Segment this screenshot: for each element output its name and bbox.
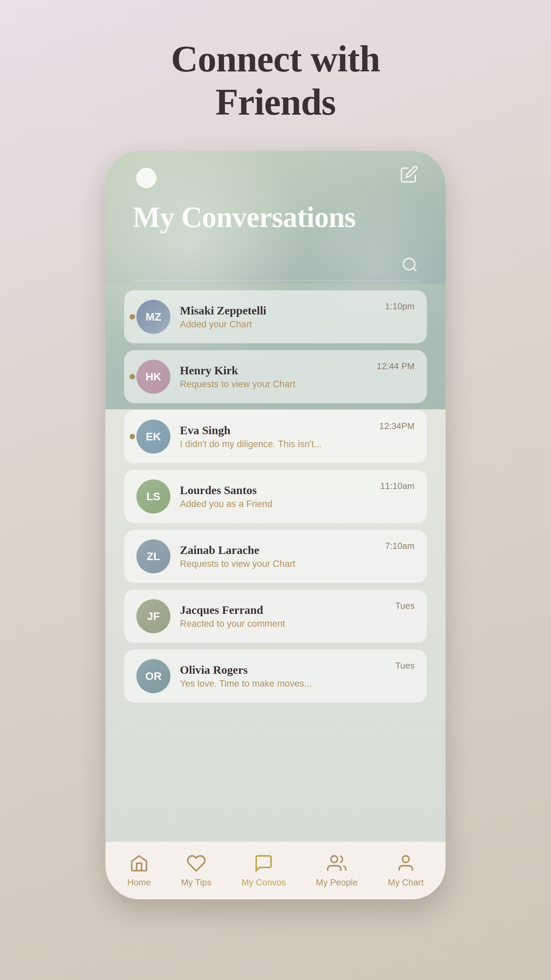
avatar-ls: LS (137, 479, 170, 514)
svg-point-3 (402, 856, 409, 862)
bottom-nav: Home My Tips My Convos My People My Char… (105, 842, 446, 899)
page-title: Connect with Friends (171, 37, 380, 124)
conversation-item-mz[interactable]: MZ Misaki Zeppetelli Added your Chart 1:… (124, 290, 427, 343)
conversation-item-ek[interactable]: EK Eva Singh I didn't do my diligence. T… (124, 410, 427, 463)
convo-content-jf: Jacques Ferrand Reacted to your comment (180, 604, 386, 629)
nav-item-people[interactable]: My People (316, 853, 358, 888)
convo-preview-zl: Requests to view your Chart (180, 559, 375, 569)
nav-icon-tips (186, 853, 206, 875)
nav-icon-convos (254, 853, 273, 875)
convo-time-ls: 11:10am (380, 481, 414, 492)
convo-name-hk: Henry Kirk (180, 364, 367, 377)
compose-icon[interactable] (400, 165, 418, 183)
convo-preview-jf: Reacted to your comment (180, 619, 386, 629)
convo-time-hk: 12:44 PM (377, 361, 414, 372)
convo-name-mz: Misaki Zeppetelli (180, 304, 375, 317)
nav-item-convos[interactable]: My Convos (241, 853, 286, 888)
unread-dot (130, 434, 135, 439)
nav-label-convos: My Convos (241, 877, 286, 888)
nav-label-tips: My Tips (181, 877, 211, 888)
nav-item-chart[interactable]: My Chart (388, 853, 424, 888)
unread-dot (130, 374, 135, 379)
svg-point-2 (331, 856, 337, 862)
conversations-list: MZ Misaki Zeppetelli Added your Chart 1:… (105, 283, 446, 842)
avatar-zl: ZL (137, 539, 170, 573)
camera-dot (136, 168, 156, 188)
convo-content-ek: Eva Singh I didn't do my diligence. This… (180, 424, 370, 450)
phone-shell: My Conversations MZ Misaki Zeppetelli Ad… (105, 151, 446, 899)
svg-line-1 (413, 268, 416, 271)
convo-time-zl: 7:10am (385, 541, 414, 551)
avatar-or: OR (137, 659, 170, 693)
convo-preview-mz: Added your Chart (180, 319, 375, 330)
avatar-mz: MZ (137, 300, 170, 334)
avatar-ek: EK (137, 420, 170, 453)
convo-preview-ls: Added you as a Friend (180, 499, 371, 509)
unread-dot (130, 314, 135, 320)
conversation-item-ls[interactable]: LS Lourdes Santos Added you as a Friend … (124, 470, 427, 523)
convo-name-ek: Eva Singh (180, 424, 370, 437)
nav-item-tips[interactable]: My Tips (181, 853, 211, 888)
convo-preview-ek: I didn't do my diligence. This isn't... (180, 439, 370, 450)
convo-preview-or: Yes love. Time to make moves... (180, 679, 386, 689)
convo-content-ls: Lourdes Santos Added you as a Friend (180, 484, 371, 509)
convo-name-ls: Lourdes Santos (180, 484, 371, 497)
conversation-item-jf[interactable]: JF Jacques Ferrand Reacted to your comme… (124, 590, 427, 643)
convo-time-or: Tues (395, 660, 414, 671)
svg-point-0 (403, 258, 414, 269)
conversation-item-or[interactable]: OR Olivia Rogers Yes love. Time to make … (124, 649, 427, 703)
nav-label-people: My People (316, 877, 358, 888)
convo-name-or: Olivia Rogers (180, 663, 386, 676)
convo-name-zl: Zainab Larache (180, 544, 375, 557)
convo-content-or: Olivia Rogers Yes love. Time to make mov… (180, 663, 386, 689)
convo-content-zl: Zainab Larache Requests to view your Cha… (180, 544, 375, 569)
conversation-item-hk[interactable]: HK Henry Kirk Requests to view your Char… (124, 350, 427, 403)
convo-name-jf: Jacques Ferrand (180, 604, 386, 617)
nav-label-chart: My Chart (388, 877, 424, 888)
convo-preview-hk: Requests to view your Chart (180, 379, 367, 390)
convo-time-mz: 1:10pm (385, 301, 414, 312)
nav-icon-chart (396, 853, 416, 875)
nav-item-home[interactable]: Home (127, 853, 151, 888)
conversations-title: My Conversations (133, 200, 356, 234)
convo-time-jf: Tues (395, 601, 414, 611)
search-row[interactable] (133, 256, 418, 281)
convo-time-ek: 12:34PM (379, 421, 414, 431)
convo-content-mz: Misaki Zeppetelli Added your Chart (180, 304, 375, 330)
avatar-jf: JF (137, 599, 170, 633)
nav-label-home: Home (127, 877, 151, 888)
conversation-item-zl[interactable]: ZL Zainab Larache Requests to view your … (124, 530, 427, 583)
search-icon[interactable] (401, 256, 418, 275)
convo-content-hk: Henry Kirk Requests to view your Chart (180, 364, 367, 390)
nav-icon-home (129, 853, 149, 875)
avatar-hk: HK (137, 360, 170, 394)
nav-icon-people (327, 853, 346, 875)
